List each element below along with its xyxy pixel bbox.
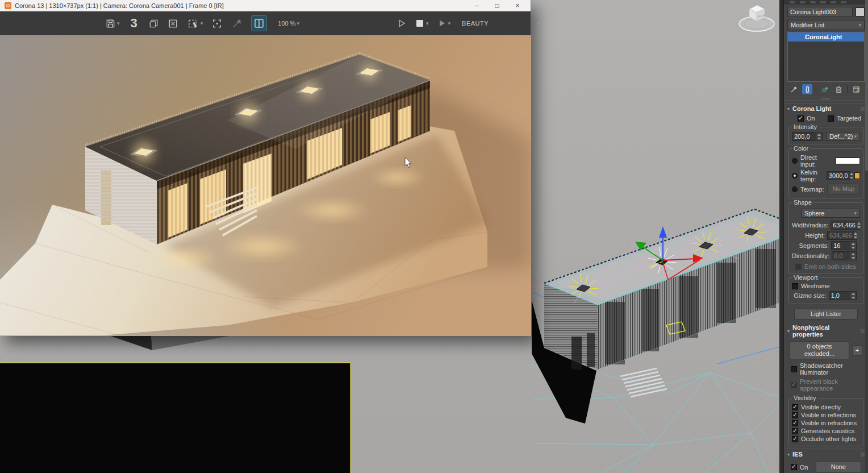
gizmo-size-spinner[interactable]: 1,0 xyxy=(829,291,857,300)
rollout-pin-icon xyxy=(861,329,865,333)
pin-stack-button[interactable] xyxy=(788,84,799,94)
intensity-spinner[interactable]: 200,0 xyxy=(792,132,823,141)
directionality-spinner: 0,0 xyxy=(832,251,857,260)
ir-caret-icon: ▾ xyxy=(448,20,451,26)
checkbox-visible-reflections[interactable] xyxy=(792,412,798,418)
maximize-button[interactable]: □ xyxy=(489,2,506,10)
viewport-group: Viewport Wireframe Gizmo size: 1,0 xyxy=(788,277,863,304)
show-end-result-button[interactable] xyxy=(802,84,812,94)
checkbox-ies-on[interactable] xyxy=(791,464,797,470)
color-group: Color Direct input: Kelvin temp: 3000,0 … xyxy=(788,148,863,198)
modifier-stack[interactable]: CoronaLight xyxy=(787,32,865,82)
close-button[interactable]: × xyxy=(509,2,526,10)
shape-caret-icon: ▾ xyxy=(854,210,857,216)
vfb-window-title: Corona 13 | 1310×737px (1:1) | Camera: C… xyxy=(15,2,465,9)
segments-spinner[interactable]: 16 xyxy=(831,241,857,250)
panel-splitter[interactable] xyxy=(784,97,868,101)
kelvin-color-swatch xyxy=(854,172,860,179)
panel-scrollbar[interactable] xyxy=(865,0,868,473)
corona-vfb-window[interactable]: Corona 13 | 1310×737px (1:1) | Camera: C… xyxy=(0,0,531,336)
object-color-swatch[interactable] xyxy=(856,7,865,16)
rollout-arrow-icon: ▾ xyxy=(787,106,790,111)
units-caret-icon: ▾ xyxy=(854,134,857,139)
interactive-render-button[interactable]: ▾ xyxy=(437,18,451,28)
checkbox-shadowcatcher[interactable] xyxy=(791,366,797,372)
checkbox-prevent-black xyxy=(791,382,797,388)
checkbox-wireframe[interactable] xyxy=(792,283,798,289)
add-exclude-button[interactable]: + xyxy=(852,345,862,356)
radio-kelvin-temp[interactable] xyxy=(792,173,798,179)
corona-app-icon xyxy=(5,2,11,9)
checkbox-on[interactable] xyxy=(798,115,804,122)
remove-modifier-button[interactable] xyxy=(833,84,844,94)
modifier-caret-icon: ▾ xyxy=(858,22,861,28)
light-lister-button[interactable]: Light Lister xyxy=(794,309,858,320)
vfb-toolbar: ▾ 3 ▾ xyxy=(0,11,531,35)
minimize-button[interactable]: – xyxy=(468,2,485,10)
vfb-titlebar[interactable]: Corona 13 | 1310×737px (1:1) | Camera: C… xyxy=(0,0,531,11)
height-spinner: 634,466 xyxy=(827,231,857,240)
command-panel: Corona Light003 Modifier List ▾ CoronaLi… xyxy=(784,0,868,473)
pass-caret-icon[interactable]: ▾ xyxy=(537,20,540,26)
rollout-nonphysical[interactable]: ▾ Nonphysical properties xyxy=(784,322,868,339)
checkbox-visible-directly[interactable] xyxy=(792,404,798,410)
command-panel-tabs[interactable] xyxy=(784,0,868,5)
rollout-corona-light[interactable]: ▾ Corona Light xyxy=(784,103,868,114)
zoom-level-dropdown[interactable]: 100 % ▾ xyxy=(276,20,299,27)
region-caret-icon: ▾ xyxy=(201,20,203,26)
rollout-ies[interactable]: ▾ IES xyxy=(784,449,868,459)
shape-group: Shape Sphere ▾ Width/radius: 634,466 Hei… xyxy=(788,202,863,273)
checkbox-targeted[interactable] xyxy=(828,115,834,122)
width-radius-spinner[interactable]: 634,466 xyxy=(831,221,860,230)
pick-focus-button[interactable] xyxy=(211,18,223,29)
rendered-image[interactable] xyxy=(0,35,531,336)
camera-viewport-black[interactable] xyxy=(0,362,351,473)
modifier-stack-tools xyxy=(784,83,868,96)
stop-caret-icon: ▾ xyxy=(426,20,429,26)
duplicate-button[interactable] xyxy=(148,18,159,29)
radio-direct-input[interactable] xyxy=(792,158,798,164)
lightmix-wand-button[interactable] xyxy=(231,18,243,29)
checkbox-emit-both-sides xyxy=(795,264,802,270)
direct-input-color-swatch[interactable] xyxy=(836,157,860,164)
clear-button[interactable] xyxy=(168,18,178,29)
rollout-arrow-icon: ▾ xyxy=(787,329,790,334)
checkbox-generates-caustics[interactable] xyxy=(792,428,798,434)
zoom-caret-icon: ▾ xyxy=(297,20,300,26)
visibility-group: Visibility Visible directly Visible in r… xyxy=(788,398,863,446)
modifier-list-dropdown[interactable]: Modifier List ▾ xyxy=(787,20,865,30)
render-start-button[interactable] xyxy=(397,18,407,28)
intensity-units-dropdown[interactable]: Def...^2) ▾ xyxy=(826,132,860,141)
panel-divider xyxy=(779,0,784,473)
rollout-pin-icon xyxy=(861,107,865,111)
radio-texmap[interactable] xyxy=(792,186,798,192)
texmap-button[interactable]: No Map xyxy=(827,184,860,194)
intensity-group: Intensity 200,0 Def...^2) ▾ xyxy=(788,127,863,144)
save-button[interactable]: ▾ xyxy=(105,18,120,29)
history-slot-number[interactable]: 3 xyxy=(131,16,137,31)
exclude-objects-button[interactable]: 0 objects excluded... xyxy=(790,341,849,359)
object-name-field[interactable]: Corona Light003 xyxy=(787,7,853,17)
render-pass-selector[interactable]: BEAUTY xyxy=(462,20,489,27)
ies-file-button[interactable]: None xyxy=(816,462,861,472)
save-caret-icon: ▾ xyxy=(117,20,120,26)
checkbox-visible-refractions[interactable] xyxy=(792,420,798,426)
configure-modifier-sets-button[interactable] xyxy=(851,84,861,94)
make-unique-button[interactable] xyxy=(820,84,830,94)
shape-type-dropdown[interactable]: Sphere ▾ xyxy=(801,209,860,218)
kelvin-spinner[interactable]: 3000,0 xyxy=(827,171,852,180)
stack-item-coronalight[interactable]: CoronaLight xyxy=(788,32,864,42)
rollout-arrow-icon: ▾ xyxy=(787,452,790,457)
rollout-pin-icon xyxy=(861,453,865,457)
ab-compare-button[interactable] xyxy=(251,15,267,31)
render-stop-button[interactable]: ▾ xyxy=(415,18,429,28)
render-region-button[interactable]: ▾ xyxy=(187,18,203,29)
checkbox-occlude-other-lights[interactable] xyxy=(792,436,798,442)
